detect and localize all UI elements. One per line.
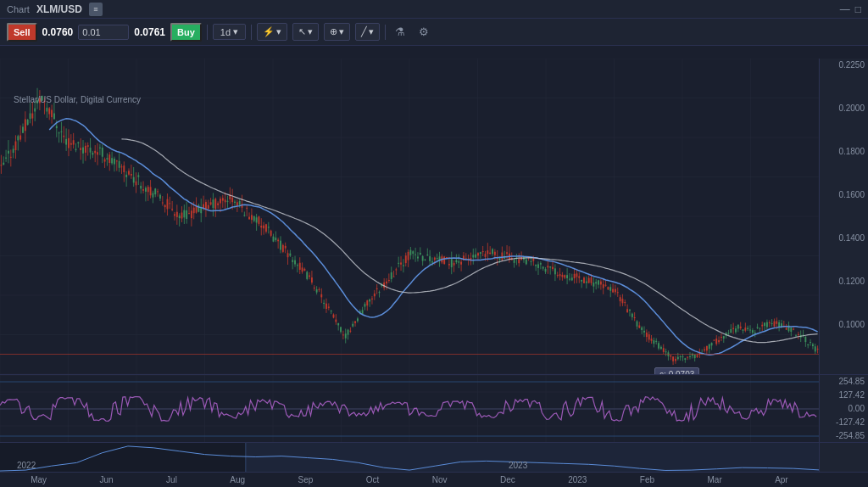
zoom-button[interactable]: ⊕ ▾ [324,23,350,41]
minimize-button[interactable]: — [840,3,850,15]
toolbar: Sell 0.0760 0.0761 Buy 1d ▾ ⚡ ▾ ↖ ▾ ⊕ ▾ … [0,19,868,46]
symbol-icon: ≡ [89,3,103,16]
mini-chart-area[interactable]: 2022 2023 ⇆ [0,442,868,472]
mini-chart-canvas [0,443,819,473]
time-axis: May Jun Jul Aug Sep Oct Nov Dec 2023 Feb… [0,472,868,487]
chart-container: Stellar/US Dollar, Digital Currency 0.07… [0,46,868,487]
separator-1 [207,25,208,40]
time-jun: Jun [100,475,114,484]
year-2023-label: 2023 [509,461,527,470]
zoom-chevron: ▾ [339,26,344,37]
osc-label-2: 127.42 [820,390,868,400]
time-dec: Dec [500,475,515,484]
price-label-1: 0.2250 [820,60,868,70]
flask-button[interactable]: ⚗ [391,23,409,41]
draw-icon: ╱ [361,26,367,37]
maximize-button[interactable]: □ [855,3,861,15]
zoom-icon: ⊕ [330,26,337,37]
indicators-chevron: ▾ [276,26,281,37]
separator-2 [251,25,252,40]
oscillator-price-axis: 254.85 127.42 0.00 -127.42 -254.85 [819,375,868,442]
time-oct: Oct [366,475,380,484]
cursor-icon: ↖ [298,26,306,37]
osc-label-3: 0.00 [820,404,868,413]
time-mar: Mar [707,475,721,484]
chart-wrapper: 0.0761 0.0760 c: 0.0703 0.2250 0.2000 0.… [0,59,868,487]
time-apr: Apr [775,475,788,484]
crosshair-value: c: 0.0703 [654,367,699,374]
price-label-6: 0.1200 [820,277,868,286]
year-2022-label: 2022 [17,461,36,470]
cursor-chevron: ▾ [308,26,313,37]
settings-button[interactable]: ⚙ [415,23,433,41]
osc-label-1: 254.85 [820,377,868,386]
sell-price: 0.0760 [42,26,74,38]
time-feb: Feb [640,475,654,484]
time-aug: Aug [230,475,245,484]
title-bar-left: Chart XLM/USD ≡ [7,3,103,16]
timeframe-button[interactable]: 1d ▾ [213,24,246,40]
cursor-button[interactable]: ↖ ▾ [292,23,319,41]
time-2023: 2023 [568,475,587,484]
indicators-icon: ⚡ [263,26,275,37]
step-input[interactable] [78,25,129,40]
horizontal-line [0,354,819,355]
price-label-7: 0.1000 [820,320,868,329]
title-bar: Chart XLM/USD ≡ — □ [0,0,868,19]
time-sep: Sep [298,475,314,484]
time-nov: Nov [432,475,448,484]
sell-button[interactable]: Sell [7,23,37,42]
price-label-5: 0.1400 [820,233,868,243]
title-bar-controls: — □ [840,3,861,15]
indicators-button[interactable]: ⚡ ▾ [257,23,287,41]
buy-price: 0.0761 [134,26,165,38]
osc-label-5: -254.85 [820,431,868,440]
draw-button[interactable]: ╱ ▾ [355,23,380,41]
timeframe-label: 1d [220,27,231,37]
time-labels-row: May Jun Jul Aug Sep Oct Nov Dec 2023 Feb… [0,473,819,487]
chart-subtitle: Stellar/US Dollar, Digital Currency [7,93,868,106]
separator-3 [385,25,386,40]
time-jul: Jul [166,475,177,484]
osc-label-4: -127.42 [820,417,868,427]
timeframe-chevron: ▾ [233,26,238,37]
price-label-4: 0.1600 [820,190,868,199]
symbol-label: XLM/USD [36,3,82,15]
oscillator-area: 254.85 127.42 0.00 -127.42 -254.85 [0,374,868,442]
time-may: May [31,475,47,484]
mini-price-axis [819,443,868,472]
draw-chevron: ▾ [369,26,374,37]
price-label-3: 0.1800 [820,147,868,156]
buy-button[interactable]: Buy [170,23,202,42]
chart-label: Chart [7,4,30,14]
price-label-8 [820,363,868,372]
oscillator-canvas [0,375,819,443]
